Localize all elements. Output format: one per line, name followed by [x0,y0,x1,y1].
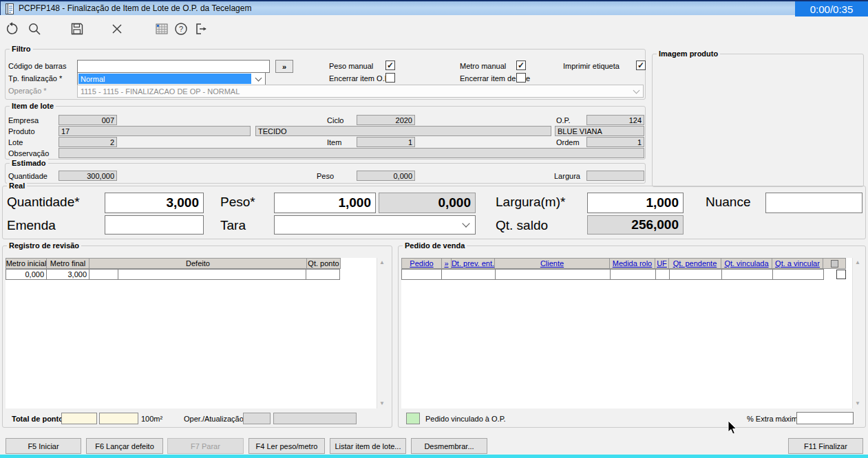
qt-saldo-field: 256,000 [587,215,684,235]
tp-finalizacao-select[interactable]: Normal [77,72,266,85]
estimado-quantidade-field: 300,000 [59,171,117,181]
revisao-table-body [6,258,377,408]
search-icon[interactable] [26,21,43,37]
observacao-field [59,148,644,158]
real-quantidade-input[interactable]: 3,000 [105,193,204,213]
peso-manual-checkbox[interactable] [385,61,395,70]
op-label: O.P. [556,116,571,124]
pedido-cell-qt-vinculada [721,269,773,280]
f6-lancar-defeito-button[interactable]: F6 Lançar defeito [86,438,163,454]
imprimir-etiqueta-checkbox[interactable] [636,61,646,70]
real-largura-input[interactable]: 1,000 [587,193,684,213]
revisao-cell-qt-ponto[interactable] [306,269,340,280]
title-bar[interactable]: PCPFP148 - Finalização de Item de Lote d… [0,0,868,15]
produto-complemento-field: BLUE VIANA [555,126,644,136]
nuance-input[interactable] [765,193,862,213]
pedido-row-checkbox[interactable] [836,270,846,279]
refresh-icon[interactable] [4,21,21,37]
pedido-col-pedido[interactable]: Pedido [401,258,442,269]
tara-select[interactable] [274,215,476,235]
extra-maximo-input[interactable] [796,412,854,424]
revisao-scrollbar[interactable]: ▲ ▼ [377,258,387,408]
real-peso-calculado-field: 0,000 [379,193,476,213]
item-de-lote-group-title: Item de lote [10,102,56,110]
chevron-down-icon [462,219,469,227]
f11-finalizar-button[interactable]: F11 Finalizar [788,438,863,454]
ordem-label: Ordem [556,138,580,146]
pedido-col-select-all[interactable] [823,258,846,269]
produto-codigo-field: 17 [59,126,251,136]
pedido-col-more[interactable]: » [441,258,452,269]
scroll-down-icon[interactable]: ▼ [377,399,387,408]
pedido-col-dt-prev-ent[interactable]: Dt. prev. ent. [451,258,495,269]
pedido-cell-qt-pendente [669,269,722,280]
pedido-cell-medida-rolo [610,269,656,280]
filtro-group-title: Filtro [10,45,33,53]
revisao-col-metro-inicial: Metro inicial [6,258,47,269]
close-icon[interactable] [109,21,125,37]
revisao-cell-defeito-descricao[interactable] [118,269,306,280]
pedido-col-qt-vinculada[interactable]: Qt. vinculada [721,258,772,269]
total-de-ponto-field-2 [99,413,138,424]
estimado-quantidade-label: Quantidade [8,172,47,180]
desmembrar-button[interactable]: Desmembrar... [411,438,487,454]
grid-icon[interactable] [154,21,170,37]
svg-text:?: ? [179,25,183,33]
pedido-cell-qt-a-vincular [772,269,824,280]
pedido-cell-cliente [495,269,611,280]
chevron-down-icon [255,74,262,81]
pedido-col-qt-pendente[interactable]: Qt. pendente [668,258,721,269]
imprimir-etiqueta-label: Imprimir etiqueta [563,62,620,70]
observacao-label: Observação [8,149,49,157]
ciclo-label: Ciclo [327,116,343,124]
operacao-select: 1115 - 1115 - FINALIZACAO DE OP - NORMAL [77,85,644,98]
tara-label: Tara [220,218,246,233]
linked-order-color-swatch [406,413,420,424]
oper-atualizacao-label: Oper./Atualização [184,415,244,423]
metro-manual-checkbox[interactable] [516,61,526,70]
scroll-up-icon[interactable]: ▲ [853,258,862,268]
encerrar-item-lote-checkbox[interactable] [516,73,526,83]
barcode-more-button[interactable]: » [275,60,293,73]
unidade-100m2-label: 100m² [141,415,162,423]
real-peso-input[interactable]: 1,000 [274,193,376,213]
emenda-input[interactable] [105,215,204,235]
scroll-up-icon[interactable]: ▲ [377,258,387,268]
listar-item-de-lote-button[interactable]: Listar item de lote... [330,438,406,454]
codigo-de-barras-input[interactable] [77,60,270,73]
scroll-down-icon[interactable]: ▼ [853,399,862,408]
f5-iniciar-button[interactable]: F5 Iniciar [6,438,81,454]
operacao-selected-value: 1115 - 1115 - FINALIZACAO DE OP - NORMAL [81,87,240,96]
operacao-label: Operação * [8,87,47,95]
total-de-ponto-field-1 [61,413,97,424]
pedido-table-body [401,258,852,408]
empresa-field: 007 [59,115,117,125]
revisao-table-header: Metro inicial Metro final Defeito Qt. po… [6,258,341,269]
revisao-cell-metro-final[interactable]: 3,000 [46,269,89,280]
produto-label: Produto [8,127,35,135]
revisao-cell-defeito-codigo[interactable] [89,269,118,280]
pedido-col-medida-rolo[interactable]: Medida rolo [609,258,655,269]
pedido-col-qt-a-vincular[interactable]: Qt. a vincular [772,258,823,269]
help-icon[interactable]: ? [173,21,189,37]
pedido-scrollbar[interactable]: ▲ ▼ [852,258,862,408]
estimado-largura-field [586,171,644,181]
nuance-label: Nuance [706,195,751,210]
ciclo-field: 2020 [357,115,415,125]
registro-revisao-group-title: Registro de revisão [7,241,81,250]
pedido-cell-dt-prev-ent [441,269,496,280]
pedido-col-cliente[interactable]: Cliente [494,258,610,269]
tp-finalizacao-label: Tp. finalização * [8,74,62,83]
real-group-title: Real [7,182,27,190]
real-largura-label: Largura(m)* [496,195,565,210]
revisao-cell-metro-inicial[interactable]: 0,000 [6,269,47,280]
extra-maximo-label: % Extra máximo [747,415,802,423]
save-icon[interactable] [69,21,85,37]
pedido-table-row [401,269,824,280]
real-peso-label: Peso* [220,195,255,210]
exit-icon[interactable] [193,21,209,37]
encerrar-item-op-checkbox[interactable] [385,73,395,83]
f4-ler-peso-metro-button[interactable]: F4 Ler peso/metro [248,438,325,454]
pedido-col-uf[interactable]: UF [655,258,669,269]
pedido-cell-pedido [401,269,442,280]
